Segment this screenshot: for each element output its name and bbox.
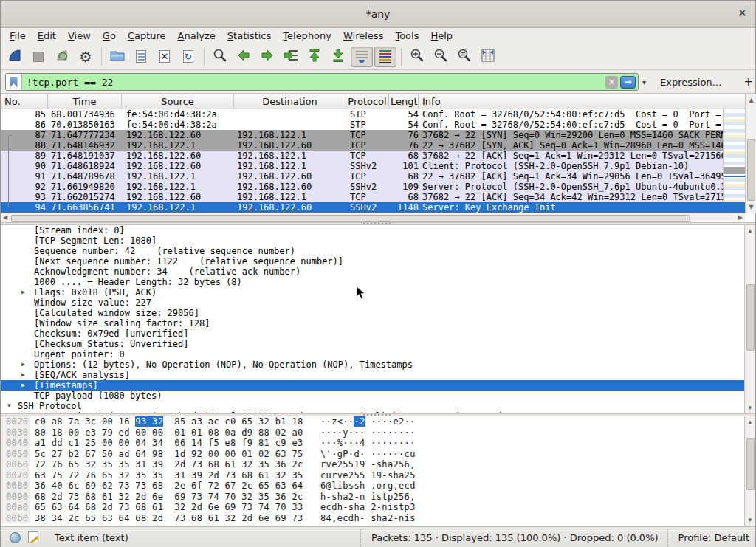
go-back-button[interactable] bbox=[233, 47, 255, 67]
go-forward-button[interactable] bbox=[256, 47, 278, 67]
scroll-down-icon[interactable]: ▼ bbox=[745, 517, 755, 523]
scroll-thumb[interactable] bbox=[746, 284, 755, 351]
detail-row-options[interactable]: ▶Options: (12 bytes), No-Operation (NOP)… bbox=[1, 359, 755, 370]
restart-capture-button[interactable] bbox=[51, 47, 73, 67]
menu-statistics[interactable]: Statistics bbox=[221, 30, 277, 42]
detail-row-ssh-protocol[interactable]: ▼SSH Protocol bbox=[1, 401, 755, 411]
scroll-thumb[interactable] bbox=[746, 438, 755, 490]
hex-row[interactable]: 003080 18 00 e3 79 ed 00 00 01 01 08 0a … bbox=[1, 427, 755, 438]
go-to-packet-button[interactable] bbox=[280, 47, 302, 67]
close-file-button[interactable]: ✕ bbox=[154, 47, 176, 67]
packet-row-87[interactable]: 8771.647777234192.168.122.60192.168.122.… bbox=[1, 130, 745, 140]
detail-row[interactable]: Checksum: 0x79ed [unverified] bbox=[1, 328, 755, 339]
filter-clear-icon[interactable]: ✕ bbox=[605, 76, 618, 89]
resize-columns-button[interactable] bbox=[477, 47, 499, 67]
zoom-in-button[interactable] bbox=[406, 47, 428, 67]
hex-row[interactable]: 0040a1 dd c1 25 00 00 04 34 06 14 f5 e8 … bbox=[1, 438, 755, 449]
hex-vscrollbar[interactable]: ▲ ▼ bbox=[744, 416, 755, 526]
hex-row[interactable]: 009068 2d 73 68 61 32 2d 6e 69 73 74 70 … bbox=[1, 492, 755, 503]
capture-options-button[interactable]: ⚙ bbox=[75, 47, 97, 67]
hex-row[interactable]: 006072 76 65 32 35 35 31 39 2d 73 68 61 … bbox=[1, 459, 755, 470]
profile-label[interactable]: Profile: Default bbox=[667, 529, 755, 546]
reload-file-button[interactable]: ↻ bbox=[177, 47, 199, 67]
detail-row[interactable]: [Calculated window size: 29056] bbox=[1, 308, 755, 318]
menu-file[interactable]: File bbox=[4, 30, 32, 42]
zoom-out-button[interactable] bbox=[430, 47, 452, 67]
packet-row-89[interactable]: 8971.648191037192.168.122.60192.168.122.… bbox=[1, 151, 745, 161]
hex-row[interactable]: 0020c0 a8 7a 3c 00 16 93 32 85 a3 ac c0 … bbox=[1, 416, 755, 427]
packet-row-94-selected[interactable]: 9471.663856741192.168.122.1192.168.122.6… bbox=[1, 202, 745, 213]
column-source[interactable]: Source bbox=[122, 94, 234, 109]
expander-icon[interactable]: ▶ bbox=[21, 370, 25, 380]
save-file-button[interactable] bbox=[130, 47, 152, 67]
find-packet-button[interactable] bbox=[209, 47, 231, 67]
scroll-up-icon[interactable]: ▲ bbox=[746, 97, 756, 103]
filter-apply-icon[interactable]: → bbox=[620, 76, 636, 89]
detail-row[interactable]: [Checksum Status: Unverified] bbox=[1, 339, 755, 349]
menu-edit[interactable]: Edit bbox=[32, 30, 62, 42]
hex-row[interactable]: 008036 40 6c 69 62 73 73 68 2e 6f 72 67 … bbox=[1, 481, 755, 492]
menu-analyze[interactable]: Analyze bbox=[172, 30, 221, 42]
menu-go[interactable]: Go bbox=[97, 30, 122, 42]
packet-row-90[interactable]: 9071.648618924192.168.122.60192.168.122.… bbox=[1, 161, 745, 171]
column-info[interactable]: Info bbox=[419, 94, 745, 109]
details-vscrollbar[interactable]: ▲ ▼ bbox=[744, 225, 755, 413]
scroll-thumb[interactable] bbox=[11, 215, 690, 222]
detail-row-seq-ack[interactable]: ▶[SEQ/ACK analysis] bbox=[1, 370, 755, 380]
detail-row[interactable]: [Stream index: 0] bbox=[1, 225, 755, 235]
filter-dropdown-icon[interactable]: ▾ bbox=[639, 78, 650, 86]
packet-row-88[interactable]: 8871.648146932192.168.122.1192.168.122.6… bbox=[1, 140, 745, 151]
hex-row[interactable]: 00a065 63 64 68 2d 73 68 61 32 2d 6e 69 … bbox=[1, 502, 755, 513]
expander-icon[interactable]: ▶ bbox=[21, 380, 25, 391]
detail-row[interactable]: Urgent pointer: 0 bbox=[1, 349, 755, 359]
scroll-up-icon[interactable]: ▲ bbox=[745, 227, 755, 234]
expander-icon[interactable]: ▶ bbox=[21, 287, 25, 297]
packet-list-vscrollbar[interactable]: ▲ ▼ bbox=[745, 94, 756, 213]
menu-view[interactable]: View bbox=[62, 30, 97, 42]
hex-row[interactable]: 007063 75 72 76 65 32 35 35 31 39 2d 73 … bbox=[1, 470, 755, 481]
menu-capture[interactable]: Capture bbox=[122, 30, 172, 42]
hex-row[interactable]: 00b038 34 2c 65 63 64 68 2d 73 68 61 32 … bbox=[1, 513, 755, 524]
column-length[interactable]: Length bbox=[389, 94, 419, 109]
expert-info-icon[interactable] bbox=[10, 532, 21, 543]
menu-telephony[interactable]: Telephony bbox=[277, 30, 337, 42]
open-file-button[interactable] bbox=[106, 47, 128, 67]
column-protocol[interactable]: Protocol bbox=[346, 94, 389, 109]
packet-list-hscrollbar[interactable]: ◀ ▶ bbox=[1, 213, 745, 223]
menu-help[interactable]: Help bbox=[425, 30, 458, 42]
menu-wireless[interactable]: Wireless bbox=[337, 30, 389, 42]
packet-row-92[interactable]: 9271.661949820192.168.122.1192.168.122.6… bbox=[1, 182, 745, 192]
zoom-reset-button[interactable] bbox=[453, 47, 475, 67]
detail-row[interactable]: TCP payload (1080 bytes) bbox=[1, 391, 755, 401]
packet-row-91[interactable]: 9171.648789678192.168.122.1192.168.122.6… bbox=[1, 171, 745, 182]
packet-row-85[interactable]: 8568.001734936fe:54:00:d4:38:2aSTP54Conf… bbox=[1, 109, 745, 120]
packet-row-93[interactable]: 9371.662015274192.168.122.60192.168.122.… bbox=[1, 192, 745, 202]
scroll-down-icon[interactable]: ▼ bbox=[746, 204, 756, 210]
expander-icon[interactable]: ▶ bbox=[21, 359, 25, 370]
expression-button[interactable]: Expression… bbox=[660, 77, 722, 88]
hex-row[interactable]: 00505c 27 b2 67 50 ad 64 98 1d 92 00 00 … bbox=[1, 449, 755, 460]
scroll-right-icon[interactable]: ▶ bbox=[738, 214, 743, 221]
detail-row[interactable]: [TCP Segment Len: 1080] bbox=[1, 235, 755, 246]
colorize-button[interactable] bbox=[374, 47, 396, 67]
stop-capture-button[interactable] bbox=[27, 47, 49, 67]
detail-row[interactable]: 1000 .... = Header Length: 32 bytes (8) bbox=[1, 277, 755, 287]
auto-scroll-button[interactable] bbox=[351, 47, 373, 67]
display-filter-input[interactable] bbox=[22, 77, 605, 88]
column-time[interactable]: Time bbox=[48, 94, 122, 109]
detail-row[interactable]: Acknowledgment number: 34 (relative ack … bbox=[1, 266, 755, 277]
packet-row-86[interactable]: 8670.013850163fe:54:00:d4:38:2aSTP54Conf… bbox=[1, 120, 745, 130]
scroll-up-icon[interactable]: ▲ bbox=[745, 419, 755, 425]
detail-row[interactable]: [Window size scaling factor: 128] bbox=[1, 318, 755, 328]
start-capture-button[interactable] bbox=[4, 47, 26, 67]
column-destination[interactable]: Destination bbox=[234, 94, 346, 109]
scroll-left-icon[interactable]: ◀ bbox=[3, 214, 7, 221]
column-no[interactable]: No. bbox=[1, 94, 48, 109]
capture-comment-icon[interactable] bbox=[28, 531, 38, 543]
close-icon[interactable]: ✕ bbox=[738, 7, 746, 18]
add-filter-button[interactable]: + bbox=[740, 75, 756, 89]
detail-row[interactable]: Sequence number: 42 (relative sequence n… bbox=[1, 246, 755, 256]
go-last-packet-button[interactable] bbox=[327, 47, 349, 67]
intelligent-scrollbar-minimap[interactable] bbox=[723, 109, 745, 202]
go-first-packet-button[interactable] bbox=[303, 47, 326, 67]
